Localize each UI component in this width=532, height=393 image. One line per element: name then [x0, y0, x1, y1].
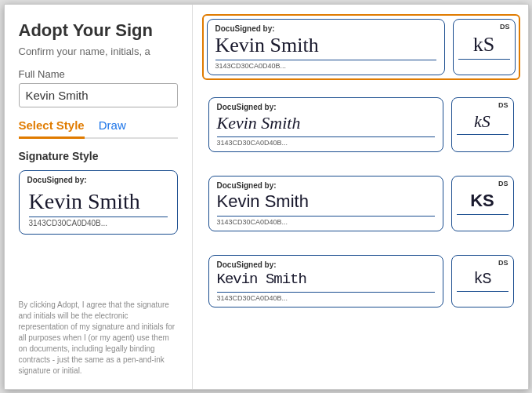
signature-option-4[interactable]: DocuSigned by: Kevin Smith 3143CD30CA0D4…	[202, 249, 520, 314]
sig-card-3: DocuSigned by: Kevin Smith 3143CD30CA0D4…	[208, 176, 443, 231]
sig-card-1-cert: 3143CD30CA0D40B...	[215, 60, 436, 70]
tab-draw[interactable]: Draw	[99, 118, 126, 139]
initials-card-3-ds: DS	[498, 180, 508, 187]
initials-card-2: DS kS	[451, 97, 514, 152]
initials-card-1: DS kS	[453, 19, 516, 76]
initials-card-2-ds: DS	[498, 101, 508, 109]
left-preview-ds-label: DocuSigned by:	[27, 176, 87, 184]
initials-card-3-text: KS	[470, 191, 494, 211]
initials-card-4-text: kS	[473, 270, 490, 288]
initials-card-1-underline	[458, 59, 510, 60]
modal-title: Adopt Your Sign	[19, 20, 178, 41]
sig-card-4-text: Kevin Smith	[217, 271, 435, 289]
left-preview-cert-id: 3143CD30CA0D40B...	[29, 217, 168, 227]
sig-card-1-text: Kevin Smith	[215, 35, 436, 57]
initials-card-2-underline	[457, 134, 508, 135]
modal-container: Adopt Your Sign Confirm your name, initi…	[4, 4, 529, 390]
tab-select-style[interactable]: Select Style	[19, 118, 85, 139]
initials-card-1-ds: DS	[500, 23, 510, 31]
full-name-label: Full Name	[19, 68, 178, 80]
signature-style-label: Signature Style	[19, 150, 178, 162]
sig-card-4-ds-label: DocuSigned by:	[217, 260, 435, 269]
sig-card-2-cert: 3143CD30CA0D40B...	[217, 136, 435, 147]
initials-card-4-underline	[457, 291, 508, 292]
tabs: Select Style Draw	[19, 118, 178, 139]
initials-card-1-text: kS	[473, 34, 494, 56]
sig-card-4: DocuSigned by: Kevin Smith 3143CD30CA0D4…	[208, 255, 443, 307]
sig-card-1-ds-label: DocuSigned by:	[215, 24, 436, 33]
left-panel: Adopt Your Sign Confirm your name, initi…	[5, 5, 193, 389]
signature-option-2[interactable]: DocuSigned by: Kevin Smith 3143CD30CA0D4…	[202, 91, 520, 158]
sig-card-4-cert: 3143CD30CA0D40B...	[217, 292, 435, 302]
sig-card-3-ds-label: DocuSigned by:	[217, 181, 435, 190]
initials-card-3-underline	[457, 214, 508, 215]
sig-card-1: DocuSigned by: Kevin Smith 3143CD30CA0D4…	[207, 19, 445, 76]
sig-card-3-text: Kevin Smith	[217, 191, 435, 212]
sig-card-2: DocuSigned by: Kevin Smith 3143CD30CA0D4…	[208, 97, 443, 152]
modal-subtitle: Confirm your name, initials, a	[19, 45, 178, 57]
full-name-input[interactable]	[19, 83, 178, 107]
initials-card-4: DS kS	[451, 255, 514, 307]
sig-card-2-ds-label: DocuSigned by:	[217, 103, 435, 111]
sig-card-3-cert: 3143CD30CA0D40B...	[217, 216, 435, 226]
left-signature-preview: DocuSigned by: Kevin Smith 3143CD30CA0D4…	[19, 170, 178, 235]
initials-card-2-text: kS	[474, 112, 490, 131]
signature-option-3[interactable]: DocuSigned by: Kevin Smith 3143CD30CA0D4…	[202, 169, 520, 237]
initials-card-3: DS KS	[451, 176, 514, 231]
left-preview-sig-text: Kevin Smith	[29, 190, 168, 214]
initials-card-4-ds: DS	[498, 259, 508, 267]
disclaimer-text: By clicking Adopt, I agree that the sign…	[19, 300, 178, 377]
signature-option-1[interactable]: DocuSigned by: Kevin Smith 3143CD30CA0D4…	[202, 14, 520, 81]
sig-card-2-text: Kevin Smith	[217, 113, 435, 133]
right-panel[interactable]: DocuSigned by: Kevin Smith 3143CD30CA0D4…	[193, 5, 528, 389]
